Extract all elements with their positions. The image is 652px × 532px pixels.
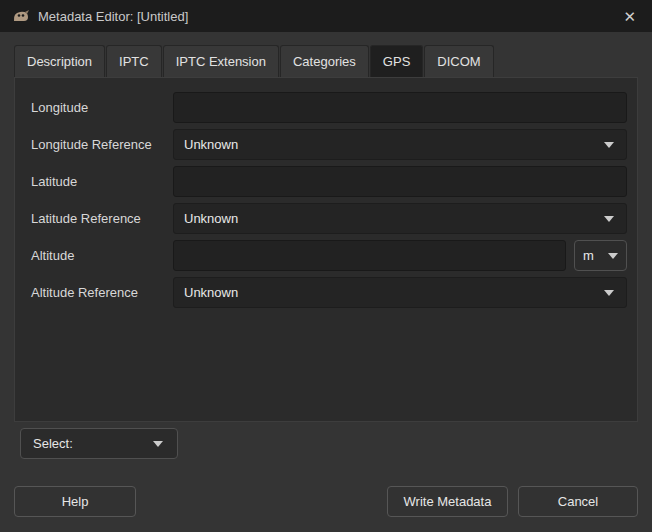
cancel-button[interactable]: Cancel: [518, 486, 638, 517]
select-row: Select:: [20, 428, 638, 459]
latitude-reference-label: Latitude Reference: [31, 211, 173, 226]
longitude-input[interactable]: [173, 92, 627, 123]
latitude-reference-value: Unknown: [184, 211, 238, 226]
select-dropdown[interactable]: Select:: [20, 428, 178, 459]
altitude-reference-dropdown[interactable]: Unknown: [173, 277, 627, 308]
chevron-down-icon: [153, 441, 163, 447]
tab-categories[interactable]: Categories: [280, 45, 369, 77]
altitude-label: Altitude: [31, 248, 173, 263]
latitude-row: Latitude: [31, 166, 627, 197]
longitude-reference-label: Longitude Reference: [31, 137, 173, 152]
chevron-down-icon: [604, 142, 614, 148]
window-title: Metadata Editor: [Untitled]: [38, 9, 619, 24]
altitude-reference-label: Altitude Reference: [31, 285, 173, 300]
latitude-label: Latitude: [31, 174, 173, 189]
altitude-row: Altitude m: [31, 240, 627, 271]
tab-dicom[interactable]: DICOM: [424, 45, 493, 77]
select-dropdown-label: Select:: [33, 436, 73, 451]
longitude-row: Longitude: [31, 92, 627, 123]
gps-panel: Longitude Longitude Reference Unknown La…: [14, 77, 638, 422]
latitude-reference-dropdown[interactable]: Unknown: [173, 203, 627, 234]
chevron-down-icon: [604, 290, 614, 296]
tab-description[interactable]: Description: [14, 45, 105, 77]
footer: Help Write Metadata Cancel: [0, 486, 652, 532]
chevron-down-icon: [604, 216, 614, 222]
altitude-unit-dropdown[interactable]: m: [574, 240, 627, 271]
longitude-reference-value: Unknown: [184, 137, 238, 152]
titlebar[interactable]: Metadata Editor: [Untitled] ✕: [0, 0, 652, 32]
gimp-wilber-icon: [12, 9, 30, 23]
altitude-unit-value: m: [583, 248, 594, 263]
longitude-label: Longitude: [31, 100, 173, 115]
metadata-editor-window: Metadata Editor: [Untitled] ✕ Descriptio…: [0, 0, 652, 532]
altitude-reference-value: Unknown: [184, 285, 238, 300]
chevron-down-icon: [608, 253, 618, 259]
write-metadata-button[interactable]: Write Metadata: [387, 486, 508, 517]
latitude-input[interactable]: [173, 166, 627, 197]
longitude-reference-dropdown[interactable]: Unknown: [173, 129, 627, 160]
altitude-reference-row: Altitude Reference Unknown: [31, 277, 627, 308]
tab-bar: Description IPTC IPTC Extension Categori…: [14, 45, 638, 77]
tab-iptc[interactable]: IPTC: [106, 45, 162, 77]
close-icon[interactable]: ✕: [619, 7, 640, 26]
help-button[interactable]: Help: [14, 486, 136, 517]
tab-gps[interactable]: GPS: [370, 45, 423, 77]
tab-iptc-extension[interactable]: IPTC Extension: [163, 45, 279, 77]
altitude-input[interactable]: [173, 240, 566, 271]
longitude-reference-row: Longitude Reference Unknown: [31, 129, 627, 160]
latitude-reference-row: Latitude Reference Unknown: [31, 203, 627, 234]
